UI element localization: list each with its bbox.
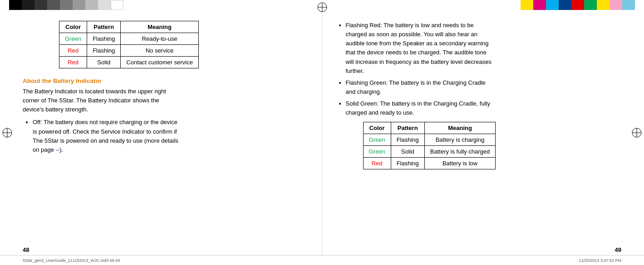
swatch-light1 — [85, 0, 98, 10]
swatch-dark3 — [47, 0, 60, 10]
swatch-red — [571, 0, 584, 10]
cell-pattern-1: Flashing — [87, 33, 121, 45]
color-bar-left — [9, 0, 123, 10]
swatch-magenta — [533, 0, 546, 10]
table-row: Red Flashing No service — [59, 45, 199, 57]
right-cell-pattern-2: Solid — [391, 146, 424, 158]
reg-mark-top — [317, 2, 328, 13]
list-item-off: Off: The battery does not require chargi… — [33, 118, 182, 154]
col-header-color: Color — [59, 21, 87, 33]
right-cell-meaning-1: Battery is charging — [424, 134, 496, 146]
cell-color-red2: Red — [59, 57, 87, 68]
swatch-black — [9, 0, 22, 10]
list-item-flashing-green: Flashing Green: The battery is in the Ch… — [346, 78, 496, 96]
right-cell-meaning-2: Battery is fully charged — [424, 146, 496, 158]
swatch-white — [111, 0, 123, 10]
table-row: Red Solid Contact customer service — [59, 57, 199, 68]
bullet-list-right: Flashing Red: The battery is low and nee… — [346, 21, 622, 117]
swatch-dark1 — [22, 0, 34, 10]
table-row: Green Flashing Battery is charging — [363, 134, 496, 146]
list-item-solid-green: Solid Green: The battery is in the Charg… — [346, 99, 496, 117]
right-cell-color-green1: Green — [363, 134, 391, 146]
swatch-mid2 — [73, 0, 85, 10]
right-col-header-meaning: Meaning — [424, 122, 496, 134]
table-row: Red Flashing Battery is low — [363, 158, 496, 169]
color-bar-right — [521, 0, 635, 10]
swatch-lightblue — [622, 0, 635, 10]
right-cell-meaning-3: Battery is low — [424, 158, 496, 169]
right-col-header-color: Color — [363, 122, 391, 134]
swatch-green — [584, 0, 597, 10]
cell-color-green1: Green — [59, 33, 87, 45]
bullet-list-left: Off: The battery does not require chargi… — [33, 118, 308, 154]
right-cell-color-red1: Red — [363, 158, 391, 169]
right-cell-pattern-1: Flashing — [391, 134, 424, 146]
right-cell-pattern-3: Flashing — [391, 158, 424, 169]
bullet-text-off: Off: The battery does not require chargi… — [33, 119, 178, 153]
right-cell-color-green2: Green — [363, 146, 391, 158]
col-header-pattern: Pattern — [87, 21, 121, 33]
swatch-dark2 — [34, 0, 47, 10]
swatch-yellow2 — [597, 0, 610, 10]
cell-color-red1: Red — [59, 45, 87, 57]
body-text-battery: The Battery Indicator is located towards… — [23, 87, 177, 114]
page-number-left: 48 — [23, 246, 29, 253]
right-battery-table: Color Pattern Meaning Green Flashing Bat… — [363, 122, 496, 169]
page-spread: Color Pattern Meaning Green Flashing Rea… — [0, 13, 644, 255]
bullet-end: ). — [59, 146, 63, 153]
left-page: Color Pattern Meaning Green Flashing Rea… — [0, 13, 322, 255]
cell-meaning-3: Contact customer service — [121, 57, 199, 68]
footer-bar: 5Star_gen2_UserGuide_111252013_WJC.indd … — [0, 255, 644, 265]
swatch-pink — [610, 0, 622, 10]
swatch-mid1 — [60, 0, 73, 10]
cell-meaning-1: Ready-to-use — [121, 33, 199, 45]
section-heading-battery: About the Battery Indicator — [23, 77, 308, 84]
col-header-meaning: Meaning — [121, 21, 199, 33]
swatch-yellow — [521, 0, 533, 10]
swatch-cyan — [546, 0, 559, 10]
swatch-darkblue — [559, 0, 571, 10]
list-item-flashing-red: Flashing Red: The battery is low and nee… — [346, 21, 496, 76]
cell-pattern-2: Flashing — [87, 45, 121, 57]
bullet-link[interactable]: -- — [56, 146, 60, 153]
cell-meaning-2: No service — [121, 45, 199, 57]
right-col-header-pattern: Pattern — [391, 122, 424, 134]
table-row: Green Flashing Ready-to-use — [59, 33, 199, 45]
cell-pattern-3: Solid — [87, 57, 121, 68]
right-page: Flashing Red: The battery is low and nee… — [322, 13, 644, 255]
footer-filename: 5Star_gen2_UserGuide_111252013_WJC.indd … — [0, 258, 322, 263]
swatch-light2 — [98, 0, 111, 10]
left-indicator-table: Color Pattern Meaning Green Flashing Rea… — [59, 21, 199, 68]
footer-timestamp: 11/25/2013 3:47:52 PM — [322, 258, 644, 263]
table-row: Green Solid Battery is fully charged — [363, 146, 496, 158]
page-number-right: 49 — [615, 246, 621, 253]
